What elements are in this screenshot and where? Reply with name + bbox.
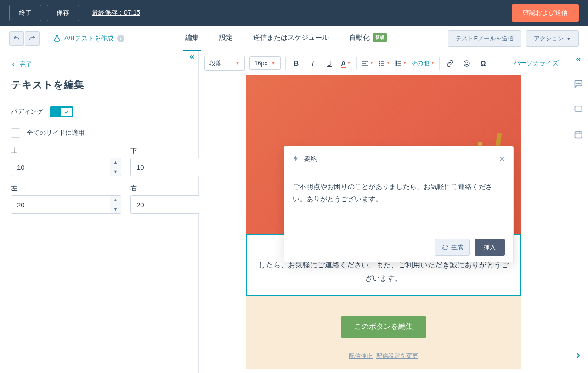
emoji-button[interactable] xyxy=(461,57,473,69)
caret-down-icon: ▼ xyxy=(347,61,351,65)
review-send-button[interactable]: 確認および送信 xyxy=(512,4,579,22)
fontsize-select[interactable]: 16px ▼ xyxy=(249,56,281,70)
personalize-button[interactable]: パーソナライズ xyxy=(514,59,559,67)
exit-button[interactable]: 終了 xyxy=(9,5,41,21)
padding-left-input-wrap: ▲ ▼ xyxy=(11,195,121,214)
padding-top-field: 上 ▲ ▼ xyxy=(11,147,121,176)
link-icon xyxy=(447,60,454,67)
last-saved-label: 最終保存：07:15 xyxy=(92,9,140,17)
chevron-double-left-icon xyxy=(575,56,582,63)
svg-point-3 xyxy=(379,61,380,61)
comments-button[interactable] xyxy=(574,79,583,91)
padding-grid: 上 ▲ ▼ 下 ▲ ▼ xyxy=(11,147,187,214)
apply-all-checkbox[interactable] xyxy=(11,128,20,138)
info-icon[interactable]: i xyxy=(117,35,124,42)
fontsize-value: 16px xyxy=(254,60,267,67)
main-tabs: 編集 設定 送信またはスケジュール 自動化 新規 xyxy=(183,26,389,51)
actions-dropdown[interactable]: アクション▼ xyxy=(526,30,579,47)
tab-automation[interactable]: 自動化 新規 xyxy=(347,26,389,51)
ab-test-label: A/Bテストを作成 xyxy=(64,34,113,43)
svg-text:3: 3 xyxy=(396,64,397,66)
popup-close-button[interactable]: × xyxy=(499,154,505,164)
separator xyxy=(439,57,440,70)
apply-all-label: 全てのサイドに適用 xyxy=(27,129,85,137)
panel-title: テキストを編集 xyxy=(0,69,198,101)
svg-point-7 xyxy=(379,65,380,65)
caret-down-icon: ▼ xyxy=(271,61,276,66)
more-dropdown[interactable]: その他 ▼ xyxy=(411,59,435,67)
padding-left-input[interactable] xyxy=(11,196,110,213)
calendar-button[interactable] xyxy=(574,130,583,141)
collapse-left-button[interactable] xyxy=(188,53,196,63)
left-panel: 完了 テキストを編集 パディング 全てのサイドに適用 上 xyxy=(0,51,199,373)
save-button[interactable]: 保存 xyxy=(47,5,79,21)
redo-button[interactable] xyxy=(25,31,40,46)
underline-button[interactable]: U xyxy=(323,57,335,69)
separator xyxy=(356,57,357,70)
rich-text-toolbar: 段落 ▼ 16px ▼ B I U A ▼ ▼ ▼ xyxy=(199,51,568,75)
caret-down-icon: ▼ xyxy=(235,61,240,66)
separator xyxy=(285,57,286,70)
padding-left-up[interactable]: ▲ xyxy=(110,196,121,205)
svg-rect-22 xyxy=(575,132,582,138)
tab-settings[interactable]: 設定 xyxy=(217,26,235,51)
unsubscribe-link[interactable]: 配信停止 xyxy=(349,352,373,359)
padding-label: パディング xyxy=(11,108,43,116)
breadcrumb: 完了 xyxy=(0,51,198,69)
test-email-button[interactable]: テストEメールを送信 xyxy=(448,30,521,47)
svg-point-17 xyxy=(468,62,468,62)
ai-summary-popup: 要約 × ご不明点やお困りのことがありましたら、お気軽にご連絡ください。ありがと… xyxy=(284,146,514,262)
subheader-actions: テストEメールを送信 アクション▼ xyxy=(448,30,579,47)
italic-button[interactable]: I xyxy=(307,57,319,69)
collapse-right-button[interactable] xyxy=(575,56,582,66)
toggle-thumb xyxy=(61,108,72,116)
actions-label: アクション xyxy=(534,35,564,42)
svg-point-15 xyxy=(464,61,469,66)
breadcrumb-back-link[interactable]: 完了 xyxy=(11,61,32,69)
format-select[interactable]: 段落 ▼ xyxy=(204,56,245,71)
numbered-list-button[interactable]: 123 ▼ xyxy=(395,57,407,69)
bold-button[interactable]: B xyxy=(290,57,302,69)
link-button[interactable] xyxy=(444,57,456,69)
special-char-button[interactable]: Ω xyxy=(477,57,489,69)
cta-button[interactable]: このボタンを編集 xyxy=(341,316,426,338)
bullet-list-button[interactable]: ▼ xyxy=(378,57,390,69)
flask-icon xyxy=(53,35,61,42)
caret-down-icon: ▼ xyxy=(403,61,407,65)
tab-edit[interactable]: 編集 xyxy=(183,26,201,51)
popup-footer: 生成 挿入 xyxy=(284,233,513,262)
padding-top-input[interactable] xyxy=(11,158,110,176)
padding-row: パディング xyxy=(11,106,187,117)
ab-test-link[interactable]: A/Bテストを作成 i xyxy=(53,34,124,43)
text-color-button[interactable]: A ▼ xyxy=(340,57,352,69)
popup-header: 要約 × xyxy=(284,146,513,172)
caret-down-icon: ▼ xyxy=(566,36,571,41)
check-icon xyxy=(64,109,69,115)
padding-left-label: 左 xyxy=(11,184,121,193)
padding-left-down[interactable]: ▼ xyxy=(110,205,121,214)
regenerate-button[interactable]: 生成 xyxy=(435,239,470,256)
popup-title: 要約 xyxy=(304,155,317,163)
padding-top-up[interactable]: ▲ xyxy=(110,158,121,167)
preview-button[interactable] xyxy=(574,105,583,116)
align-button[interactable]: ▼ xyxy=(362,57,373,69)
right-rail xyxy=(568,51,588,373)
text-line-2: したら、お気軽にご連絡ください。また、ご利用いただき誠にありがとうございます。 xyxy=(259,261,509,282)
padding-top-down[interactable]: ▼ xyxy=(110,167,121,176)
svg-rect-21 xyxy=(575,106,582,111)
more-label: その他 xyxy=(411,59,429,67)
padding-toggle[interactable] xyxy=(50,106,74,117)
comment-icon xyxy=(574,79,583,89)
undo-button[interactable] xyxy=(9,31,24,46)
svg-point-20 xyxy=(579,83,580,84)
expand-arrow-button[interactable] xyxy=(574,351,582,362)
caret-down-icon: ▼ xyxy=(431,61,435,65)
form-section: パディング 全てのサイドに適用 上 ▲ xyxy=(0,101,198,219)
padding-top-input-wrap: ▲ ▼ xyxy=(11,158,121,176)
breadcrumb-label: 完了 xyxy=(19,61,32,69)
tab-send-schedule[interactable]: 送信またはスケジュール xyxy=(251,26,331,51)
insert-button[interactable]: 挿入 xyxy=(475,239,505,256)
manage-prefs-link[interactable]: 配信設定を変更 xyxy=(376,352,418,359)
email-footer-links: 配信停止 配信設定を変更 xyxy=(246,352,521,360)
app-header: 終了 保存 最終保存：07:15 確認および送信 xyxy=(0,0,588,26)
